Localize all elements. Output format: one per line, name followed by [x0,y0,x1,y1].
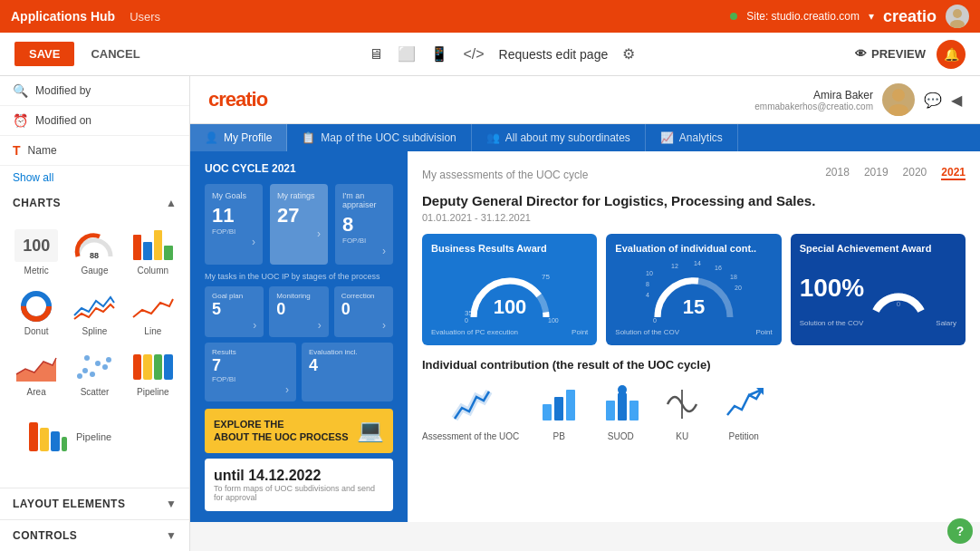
user-avatar[interactable] [882,83,915,116]
contrib-assessment-label: Assessment of the UOC [422,431,519,441]
contrib-pb[interactable]: PB [537,382,581,441]
preview-button[interactable]: 👁 PREVIEW [855,47,926,61]
chart-line[interactable]: Line [126,285,180,342]
user-details: Amira Baker emmabakerhos@creatio.com [754,89,873,111]
contrib-suod[interactable]: SUOD [599,382,642,441]
notification-button[interactable]: 🔔 [937,40,966,69]
chart-area[interactable]: Area [9,345,63,402]
award-evaluation: Evaluation of individual cont.. 4 8 10 1… [606,234,781,345]
site-chevron[interactable]: ▾ [869,10,874,23]
donut-thumb [14,290,58,323]
explore-text: EXPLORE THEABOUT THE UOC PROCESS [214,418,349,444]
award-cards: Business Results Award 35 75 100 0 100 [422,234,966,345]
goals-value: 11 [212,204,255,227]
uoc-my-ratings[interactable]: My ratings 27 › [270,184,328,265]
users-link[interactable]: Users [130,10,160,24]
toolbar-center: 🖥 ⬜ 📱 </> Requests edit page ⚙ [157,45,848,63]
tab-analytics[interactable]: 📈 Analytics [646,124,738,151]
uoc-my-goals[interactable]: My Goals 11 FOP/BI › [205,184,263,265]
analytics-icon: 📈 [660,131,674,144]
assessment-title: My assessments of the UOC cycle [422,169,588,181]
chat-icon[interactable]: 💬 [924,92,942,109]
svg-text:10: 10 [646,270,653,276]
expand-icon[interactable]: ◀ [951,92,962,109]
user-avatar-top[interactable] [946,5,969,28]
results-card[interactable]: Results 7 FOP/BI › [205,343,296,401]
svg-rect-38 [566,390,575,420]
contrib-title: Individual contribution (the result of t… [422,358,966,372]
search-icon: 🔍 [13,83,28,98]
show-all-link[interactable]: Show all [0,166,189,189]
tab-subordinates[interactable]: 👥 All about my subordinates [472,124,646,151]
uoc-goals-row: My Goals 11 FOP/BI › My ratings 27 › I'm… [205,184,393,265]
settings-icon[interactable]: ⚙ [622,45,635,63]
uoc-cycle-title: UOC CYCLE 2021 [205,162,393,175]
text-icon: T [13,143,21,158]
svg-point-19 [889,104,908,116]
ratings-value: 27 [277,204,321,227]
tab-subordinates-label: All about my subordinates [505,131,630,144]
eval-value: 4 [309,356,386,375]
goals-arrow: › [212,236,255,248]
subordinates-icon: 👥 [486,131,500,144]
eval-card[interactable]: Evaluation incl. 4 [302,343,393,401]
uoc-appraiser[interactable]: I'm an appraiser 8 FOP/BI › [335,184,393,265]
tab-my-profile[interactable]: 👤 My Profile [190,124,287,151]
bell-icon: 🔔 [944,47,959,62]
field-label-modified-by: Modified by [35,84,91,97]
chart-scatter[interactable]: Scatter [67,345,121,402]
chart-metric[interactable]: 100 Metric [9,224,63,281]
chart-donut[interactable]: Donut [9,285,63,342]
tab-my-profile-label: My Profile [224,131,272,144]
contrib-petition[interactable]: Petition [722,382,765,441]
award-2-label1: Solution of the COV [615,328,679,336]
chart-pipeline-grid[interactable]: Pipeline [126,345,180,402]
profile-icon: 👤 [205,131,218,144]
user-name: Amira Baker [754,89,873,102]
tab-map-uoc[interactable]: 📋 Map of the UOC subdivision [287,124,471,151]
main-layout: 🔍 Modified by ⏰ Modified on T Name Show … [0,76,980,551]
contrib-ku[interactable]: KU [660,382,704,441]
award-2-info: Solution of the COV Point [615,328,772,336]
deadline-date: until 14.12.2022 [214,468,384,484]
year-2018[interactable]: 2018 [825,166,850,180]
svg-text:0: 0 [465,317,468,324]
line-label: Line [144,326,161,336]
charts-section-header[interactable]: CHARTS ▲ [0,189,189,217]
page-content: UOC CYCLE 2021 My Goals 11 FOP/BI › My r… [190,151,980,522]
mobile-view-icon[interactable]: 📱 [430,45,448,63]
award-1-label1: Evaluation of PC execution [431,328,518,336]
site-label[interactable]: Site: studio.creatio.com [746,10,860,23]
sidebar-field-modified-by[interactable]: 🔍 Modified by [0,76,189,106]
correction-card[interactable]: Correction 0 › [334,286,393,337]
contrib-assessment[interactable]: Assessment of the UOC [422,382,519,441]
chart-pipeline-single[interactable]: Pipeline [13,410,189,464]
desktop-view-icon[interactable]: 🖥 [369,46,383,63]
cancel-button[interactable]: CANCEL [82,42,149,66]
chart-gauge[interactable]: 88 Gauge [67,224,121,281]
user-email: emmabakerhos@creatio.com [754,102,873,111]
chart-spline[interactable]: Spline [67,285,121,342]
save-button[interactable]: SAVE [14,42,74,66]
svg-point-10 [95,361,101,366]
code-view-icon[interactable]: </> [463,46,484,63]
layout-elements-section[interactable]: LAYOUT ELEMENTS ▼ [0,488,189,519]
app-title[interactable]: Applications Hub [11,9,115,24]
year-2019[interactable]: 2019 [864,166,889,180]
year-2021[interactable]: 2021 [941,166,966,180]
chart-column[interactable]: Column [126,224,180,281]
tablet-view-icon[interactable]: ⬜ [398,45,416,63]
results-label: Results [212,348,289,356]
monitoring-card[interactable]: Monitoring 0 › [269,286,328,337]
goal-plan-card[interactable]: Goal plan 5 › [205,286,264,337]
controls-section[interactable]: CONTROLS ▼ [0,519,189,551]
contrib-items: Assessment of the UOC PB [422,382,966,441]
award-special: Special Achievement Award 100% 0 [791,234,966,345]
top-bar-right: Site: studio.creatio.com ▾ creatio [730,5,969,28]
year-2020[interactable]: 2020 [903,166,927,180]
sidebar-field-name[interactable]: T Name [0,136,189,166]
uoc-explore-banner[interactable]: EXPLORE THEABOUT THE UOC PROCESS 💻 [205,409,393,453]
sidebar-field-modified-on[interactable]: ⏰ Modified on [0,106,189,136]
help-button[interactable]: ? [947,518,973,544]
tab-analytics-label: Analytics [679,131,723,144]
